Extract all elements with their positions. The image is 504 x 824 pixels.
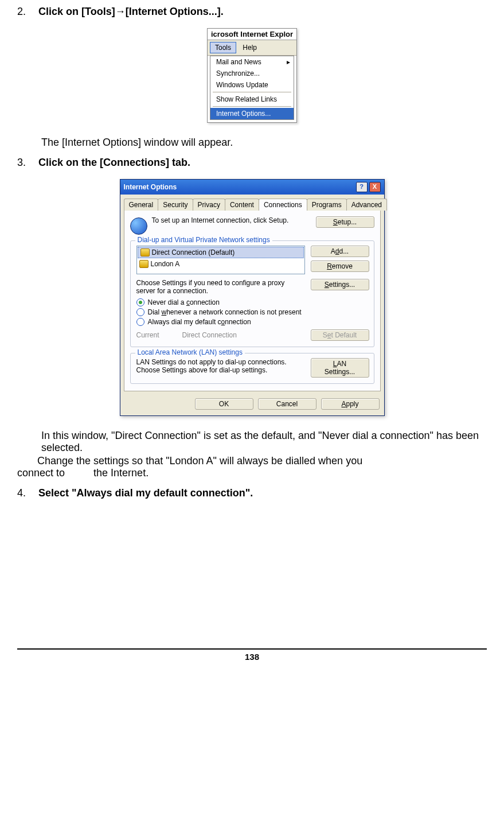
- add-button[interactable]: Add...: [311, 246, 369, 257]
- lan-fieldset: Local Area Network (LAN) settings LAN Se…: [130, 353, 374, 384]
- page-number: 138: [17, 648, 487, 662]
- connection-icon: [140, 248, 150, 256]
- step-3: 3. Click on the [Connections] tab.: [17, 157, 487, 169]
- menubar-help[interactable]: Help: [238, 42, 261, 53]
- submenu-arrow-icon: ▸: [287, 58, 290, 66]
- lan-legend: Local Area Network (LAN) settings: [135, 348, 245, 356]
- set-default-button[interactable]: Set Default: [311, 329, 369, 341]
- step-4-number: 4.: [17, 487, 36, 499]
- radio-icon: [136, 308, 144, 316]
- current-label: Current: [136, 331, 159, 339]
- lan-settings-button[interactable]: LAN Settings...: [311, 358, 369, 378]
- step-3-note-a: In this window, "Direct Connection" is s…: [41, 430, 487, 454]
- settings-button[interactable]: Settings...: [311, 279, 369, 290]
- step-4: 4. Select "Always dial my default connec…: [17, 487, 487, 499]
- menu-item-windows-update[interactable]: Windows Update: [210, 79, 294, 91]
- connections-pane: To set up an Internet connection, click …: [124, 211, 381, 391]
- tools-dropdown: Mail and News▸ Synchronize... Windows Up…: [210, 56, 294, 120]
- dialog-title: Internet Options: [124, 183, 177, 191]
- help-button[interactable]: ?: [356, 182, 368, 192]
- dialup-legend: Dial-up and Virtual Private Network sett…: [135, 236, 272, 244]
- globe-icon: [130, 217, 147, 235]
- setup-button[interactable]: Setup...: [316, 216, 374, 228]
- connection-icon: [139, 260, 149, 268]
- tab-connections[interactable]: Connections: [259, 199, 307, 211]
- remove-button[interactable]: Remove: [311, 261, 369, 272]
- tab-programs[interactable]: Programs: [307, 199, 347, 211]
- menu-item-show-related-links[interactable]: Show Related Links: [210, 94, 294, 105]
- menu-item-internet-options[interactable]: Internet Options...: [210, 108, 294, 119]
- dialup-fieldset: Dial-up and Virtual Private Network sett…: [130, 240, 374, 347]
- step-2: 2. Click on [Tools]→[Internet Options...…: [17, 6, 487, 18]
- step-3-number: 3.: [17, 157, 36, 169]
- setup-text: To set up an Internet connection, click …: [152, 216, 311, 224]
- radio-dial-whenever[interactable]: Dial whenever a network connection is no…: [136, 308, 368, 316]
- menu-separator: [213, 92, 291, 92]
- dialog-footer: OK Cancel Apply: [120, 395, 384, 415]
- radio-never-dial[interactable]: Never dial a connection: [136, 298, 368, 306]
- close-button[interactable]: X: [369, 182, 381, 192]
- dialog-titlebar: Internet Options ? X: [120, 180, 384, 195]
- menu-item-mail-and-news[interactable]: Mail and News▸: [210, 56, 294, 68]
- current-value: Direct Connection: [182, 331, 237, 339]
- apply-button[interactable]: Apply: [321, 398, 380, 410]
- step-3-text: Click on the [Connections] tab.: [38, 157, 190, 168]
- menu-item-synchronize[interactable]: Synchronize...: [210, 68, 294, 79]
- lan-text: LAN Settings do not apply to dial-up con…: [136, 358, 305, 378]
- internet-options-dialog: Internet Options ? X General Security Pr…: [120, 179, 385, 416]
- tab-security[interactable]: Security: [158, 199, 193, 211]
- list-item-london-a[interactable]: London A: [137, 259, 304, 269]
- menu-separator: [213, 106, 291, 107]
- cancel-button[interactable]: Cancel: [258, 398, 317, 410]
- radio-icon: [136, 298, 144, 306]
- step-3-note-b: Change the settings so that "London A" w…: [17, 455, 487, 479]
- menubar-tools[interactable]: Tools: [210, 42, 236, 53]
- step-2-result: The [Internet Options] window will appea…: [41, 137, 487, 149]
- step-2-text: Click on [Tools]→[Internet Options...].: [38, 6, 224, 17]
- tab-strip: General Security Privacy Content Connect…: [124, 198, 381, 211]
- radio-always-dial[interactable]: Always dial my default connection: [136, 318, 368, 326]
- ok-button[interactable]: OK: [195, 398, 253, 410]
- settings-hint: Choose Settings if you need to configure…: [136, 279, 305, 295]
- step-4-text: Select "Always dial my default connectio…: [38, 487, 253, 499]
- ie-tools-menu-illustration: icrosoft Internet Explor Tools Help Mail…: [207, 28, 297, 123]
- connections-listbox[interactable]: Direct Connection (Default) London A: [136, 246, 305, 274]
- radio-icon: [136, 318, 144, 326]
- list-item-direct-connection[interactable]: Direct Connection (Default): [138, 247, 304, 258]
- tab-privacy[interactable]: Privacy: [193, 199, 225, 211]
- tab-content[interactable]: Content: [225, 199, 259, 211]
- ie-titlebar-fragment: icrosoft Internet Explor: [208, 29, 296, 40]
- tab-advanced[interactable]: Advanced: [346, 199, 387, 211]
- tab-general[interactable]: General: [124, 199, 159, 211]
- step-2-number: 2.: [17, 6, 36, 18]
- ie-menubar: Tools Help: [208, 40, 296, 56]
